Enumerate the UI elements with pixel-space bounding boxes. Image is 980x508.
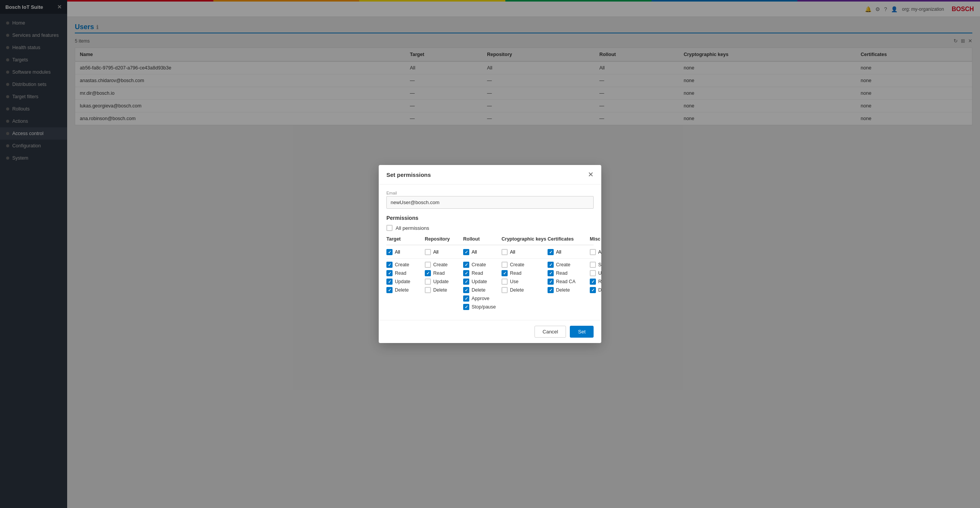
perm-checkbox-misc-download[interactable]	[590, 287, 596, 293]
perm-all-cell: All	[590, 249, 601, 255]
perm-empty-cell	[502, 295, 548, 303]
perm-checkbox-rollout-stop/pause[interactable]	[463, 304, 469, 310]
perm-item: Stop/pause	[463, 304, 502, 310]
perm-col-header: Certificates	[548, 236, 590, 242]
modal-body: Email newUser@bosch.com Permissions All …	[379, 185, 601, 320]
perm-checkbox-certs-read-ca[interactable]	[548, 279, 554, 285]
perm-checkbox-crypto-create[interactable]	[502, 262, 508, 268]
perm-checkbox-misc-users[interactable]	[590, 270, 596, 276]
perm-label: Stop/pause	[472, 304, 496, 310]
perm-item: Delete	[386, 287, 425, 293]
perm-empty-cell	[425, 295, 463, 303]
set-button[interactable]: Set	[570, 326, 594, 338]
perm-checkbox-crypto-use[interactable]	[502, 279, 508, 285]
perm-label: Read CA	[556, 279, 576, 284]
perm-label: Read sec-token	[598, 279, 601, 284]
perm-item: Read CA	[548, 279, 590, 285]
perm-checkbox-target-read[interactable]	[386, 270, 393, 276]
perm-item: Approve	[463, 295, 502, 302]
perm-checkbox-repository-create[interactable]	[425, 262, 431, 268]
perm-col: CreateReadUpdateDeleteApproveStop/pause	[463, 262, 502, 314]
perm-checkbox-misc-read-sec-token[interactable]	[590, 279, 596, 285]
set-permissions-modal: Set permissions ✕ Email newUser@bosch.co…	[379, 165, 601, 343]
modal-overlay[interactable]: Set permissions ✕ Email newUser@bosch.co…	[0, 0, 980, 508]
perm-checkbox-rollout-delete[interactable]	[463, 287, 469, 293]
perm-item: Create	[463, 262, 502, 268]
perm-item: Create	[425, 262, 463, 268]
perm-label: Use	[510, 279, 518, 284]
perm-empty-cell	[425, 306, 463, 314]
perm-label: Read	[556, 270, 568, 276]
perm-label: Create	[510, 262, 525, 267]
perm-checkbox-rollout-read[interactable]	[463, 270, 469, 276]
perm-checkbox-repository-update[interactable]	[425, 279, 431, 285]
perm-label: Read	[395, 270, 406, 276]
perm-empty-cell	[386, 306, 425, 314]
perm-label: Delete	[395, 287, 409, 293]
perm-label: Delete	[472, 287, 485, 293]
modal-header: Set permissions ✕	[379, 165, 601, 185]
perm-headers: TargetRepositoryRolloutCryptographic key…	[386, 236, 594, 245]
perm-empty-cell	[590, 306, 601, 314]
perm-col-header: Rollout	[463, 236, 502, 242]
perm-all-label: All	[433, 249, 439, 255]
perm-label: Create	[433, 262, 448, 267]
perm-all-cell: All	[463, 249, 502, 255]
perm-all-checkbox-target[interactable]	[386, 249, 393, 255]
perm-checkbox-target-delete[interactable]	[386, 287, 393, 293]
all-permissions-checkbox[interactable]	[386, 225, 393, 231]
perm-empty-cell	[386, 295, 425, 303]
perm-checkbox-repository-delete[interactable]	[425, 287, 431, 293]
email-value: newUser@bosch.com	[386, 196, 594, 209]
perm-item: Delete	[463, 287, 502, 293]
perm-label: Delete	[510, 287, 524, 293]
perm-col: CreateReadUpdateDelete	[425, 262, 463, 314]
permissions-section-title: Permissions	[386, 215, 594, 221]
perm-checkbox-rollout-approve[interactable]	[463, 295, 469, 302]
perm-all-label: All	[556, 249, 561, 255]
all-permissions-row: All permissions	[386, 225, 594, 231]
perm-checkbox-crypto-delete[interactable]	[502, 287, 508, 293]
modal-footer: Cancel Set	[379, 320, 601, 343]
perm-item: Read	[548, 270, 590, 276]
perm-label: Update	[395, 279, 410, 284]
perm-checkbox-certs-read[interactable]	[548, 270, 554, 276]
perm-checkbox-certs-create[interactable]	[548, 262, 554, 268]
perm-item: System	[590, 262, 601, 268]
perm-checkbox-certs-delete[interactable]	[548, 287, 554, 293]
perm-all-row: AllAllAllAllAllAll	[386, 249, 594, 259]
perm-checkbox-crypto-read[interactable]	[502, 270, 508, 276]
perm-item: Read	[502, 270, 548, 276]
perm-all-checkbox-certificates[interactable]	[548, 249, 554, 255]
all-permissions-label: All permissions	[396, 225, 429, 231]
perm-checkbox-rollout-update[interactable]	[463, 279, 469, 285]
perm-all-checkbox-cryptographic-keys[interactable]	[502, 249, 508, 255]
perm-item: Read	[425, 270, 463, 276]
perm-label: Create	[556, 262, 571, 267]
perm-item: Create	[548, 262, 590, 268]
email-label: Email	[386, 191, 594, 195]
perm-all-cell: All	[548, 249, 590, 255]
perm-all-label: All	[395, 249, 400, 255]
modal-close-button[interactable]: ✕	[588, 171, 594, 178]
perm-all-checkbox-rollout[interactable]	[463, 249, 469, 255]
perm-checkbox-misc-system[interactable]	[590, 262, 596, 268]
perm-checkbox-rollout-create[interactable]	[463, 262, 469, 268]
perm-all-checkbox-repository[interactable]	[425, 249, 431, 255]
modal-title: Set permissions	[386, 172, 431, 178]
perm-checkbox-target-create[interactable]	[386, 262, 393, 268]
perm-col: SystemUsersRead sec-tokenDownload	[590, 262, 601, 314]
perm-checkbox-repository-read[interactable]	[425, 270, 431, 276]
perm-all-label: All	[510, 249, 515, 255]
perm-label: Delete	[433, 287, 447, 293]
cancel-button[interactable]: Cancel	[535, 326, 566, 338]
perm-label: Delete	[556, 287, 570, 293]
perm-empty-cell	[548, 295, 590, 303]
perm-all-checkbox-misc[interactable]	[590, 249, 596, 255]
perm-col-header: Misc	[590, 236, 601, 242]
perm-item: Update	[463, 279, 502, 285]
perm-item: Download	[590, 287, 601, 293]
perm-label: Update	[472, 279, 487, 284]
perm-checkbox-target-update[interactable]	[386, 279, 393, 285]
perm-all-label: All	[472, 249, 477, 255]
